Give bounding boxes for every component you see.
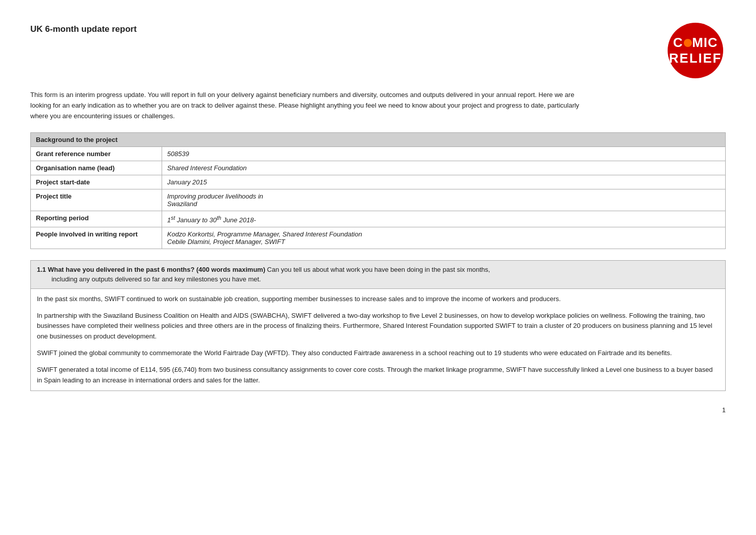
background-section-header: Background to the project <box>31 133 726 147</box>
table-row: People involved in writing report Kodzo … <box>31 227 726 249</box>
value-project-title: Improving producer livelihoods inSwazila… <box>162 189 726 211</box>
table-row: Organisation name (lead) Shared Interest… <box>31 161 726 175</box>
value-reporting-period: 1st January to 30th June 2018- <box>162 211 726 227</box>
table-row: Grant reference number 508539 <box>31 147 726 161</box>
comic-relief-logo: C MIC RELIEF <box>668 23 723 78</box>
value-grant-ref: 508539 <box>162 147 726 161</box>
section-1-1-indent-header: including any outputs delivered so far a… <box>52 275 261 283</box>
value-org-name: Shared Interest Foundation <box>162 161 726 175</box>
paragraph-3: SWIFT joined the global community to com… <box>37 348 719 359</box>
value-people-writing: Kodzo Korkortsi, Programme Manager, Shar… <box>162 227 726 249</box>
label-reporting-period: Reporting period <box>31 211 162 227</box>
paragraph-4: SWIFT generated a total income of E114, … <box>37 365 719 386</box>
value-start-date: January 2015 <box>162 175 726 189</box>
logo-c-letter: C <box>673 35 683 50</box>
section-1-1-body: In the past six months, SWIFT continued … <box>31 289 725 391</box>
label-grant-ref: Grant reference number <box>31 147 162 161</box>
background-table: Background to the project Grant referenc… <box>30 132 726 249</box>
section-1-1-box: 1.1 What have you delivered in the past … <box>30 260 726 392</box>
page-title: UK 6-month update report <box>30 20 137 34</box>
intro-paragraph: This form is an interim progress update.… <box>30 90 586 121</box>
page-number: 1 <box>30 406 726 414</box>
table-row: Project title Improving producer livelih… <box>31 189 726 211</box>
paragraph-1: In the past six months, SWIFT continued … <box>37 294 719 305</box>
logo-relief-text: RELIEF <box>669 51 722 66</box>
label-people-writing: People involved in writing report <box>31 227 162 249</box>
label-org-name: Organisation name (lead) <box>31 161 162 175</box>
section-1-1-normal-header: Can you tell us about what work you have… <box>265 266 490 273</box>
logo-nose-dot <box>684 39 692 47</box>
section-1-1-bold-header: 1.1 What have you delivered in the past … <box>37 266 265 273</box>
table-row: Reporting period 1st January to 30th Jun… <box>31 211 726 227</box>
section-1-1-header: 1.1 What have you delivered in the past … <box>31 261 725 289</box>
paragraph-2: In partnership with the Swaziland Busine… <box>37 311 719 342</box>
label-start-date: Project start-date <box>31 175 162 189</box>
header-row: UK 6-month update report C MIC RELIEF <box>30 20 726 81</box>
label-project-title: Project title <box>31 189 162 211</box>
logo-mic-text: MIC <box>692 35 718 50</box>
logo-container: C MIC RELIEF <box>665 20 726 81</box>
table-row: Project start-date January 2015 <box>31 175 726 189</box>
